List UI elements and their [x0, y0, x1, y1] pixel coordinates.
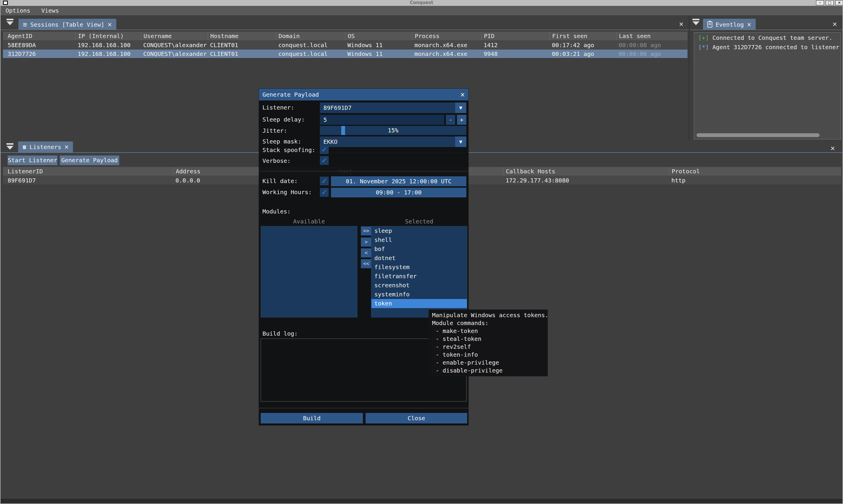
tooltip-line: - rev2self: [429, 343, 548, 351]
sessions-tab-label: Sessions [Table View]: [30, 21, 104, 28]
eventlog-panel-close-icon[interactable]: ×: [832, 20, 837, 28]
listener-dropdown-icon[interactable]: ▼: [455, 103, 466, 113]
col-header-last-seen[interactable]: Last seen: [616, 32, 687, 40]
check-icon: ✓: [321, 188, 327, 197]
listener-select[interactable]: 89F691D7: [320, 103, 466, 113]
selected-modules-list[interactable]: sleep shell bof dotnet filesystem filetr…: [371, 226, 467, 318]
close-icon[interactable]: ×: [836, 0, 843, 5]
start-listener-button[interactable]: Start Listener: [7, 156, 57, 165]
col-header-first-seen[interactable]: First seen: [550, 32, 616, 40]
menu-views[interactable]: Views: [41, 6, 63, 15]
sessions-tab-close-icon[interactable]: ×: [108, 22, 112, 28]
col-header-os[interactable]: OS: [345, 32, 412, 40]
dialog-close-icon[interactable]: ×: [460, 89, 465, 101]
titlebar: Conquest – □ ×: [1, 0, 842, 6]
sleep-mask-dropdown-icon[interactable]: ▼: [455, 137, 466, 147]
horizontal-scrollbar[interactable]: [697, 133, 820, 137]
tooltip-line: - disable-privilege: [429, 367, 548, 375]
eventlog-dock-toggle-icon[interactable]: [693, 19, 699, 25]
kill-date-checkbox[interactable]: ✓: [320, 177, 329, 185]
module-item-filetransfer[interactable]: filetransfer: [372, 272, 467, 281]
cell-username: CONQUEST\alexander: [141, 41, 208, 49]
tooltip-line: - steal-token: [429, 335, 548, 343]
tooltip-line: - make-token: [429, 327, 548, 335]
col-header-protocol[interactable]: Protocol: [669, 167, 841, 176]
module-item-dotnet[interactable]: dotnet: [372, 254, 467, 263]
eventlog-entry: [+] Connected to Conquest team server.: [694, 33, 841, 42]
session-row-58EE89DA[interactable]: 58EE89DA 192.168.168.100 CONQUEST\alexan…: [3, 41, 687, 50]
sessions-tabline: [1, 30, 689, 30]
cell-domain: conquest.local: [276, 50, 345, 58]
check-icon: ✓: [321, 146, 327, 154]
eventlog-tab-close-icon[interactable]: ×: [747, 22, 751, 28]
available-modules-list[interactable]: [261, 226, 357, 318]
minimize-icon[interactable]: –: [816, 0, 824, 5]
tooltip-line: Module commands:: [429, 319, 548, 327]
col-header-listenerid[interactable]: ListenerID: [5, 167, 173, 176]
menu-options[interactable]: Options: [5, 6, 34, 15]
tab-eventlog[interactable]: Eventlog ×: [703, 19, 756, 30]
col-header-hostname[interactable]: Hostname: [208, 32, 276, 40]
cell-first-seen: 00:03:21 ago: [550, 50, 616, 58]
sleep-delay-input[interactable]: 5: [320, 115, 444, 125]
module-item-sleep[interactable]: sleep: [372, 227, 467, 235]
cell-hostname: CLIENT01: [208, 41, 276, 49]
eventlog-output[interactable]: [+] Connected to Conquest team server. […: [694, 32, 841, 139]
col-header-domain[interactable]: Domain: [276, 32, 345, 40]
cell-listenerid: 89F691D7: [5, 176, 173, 184]
verbose-checkbox[interactable]: ✓: [320, 156, 329, 165]
sleep-delay-increment-button[interactable]: +: [457, 115, 466, 125]
module-item-bof[interactable]: bof: [372, 245, 467, 254]
move-left-button[interactable]: <: [361, 248, 372, 257]
tab-listeners[interactable]: ☎ Listeners ×: [18, 141, 73, 152]
module-item-filesystem[interactable]: filesystem: [372, 263, 467, 272]
listeners-tab-close-icon[interactable]: ×: [65, 144, 69, 150]
listeners-tab-label: Listeners: [30, 144, 61, 150]
check-icon: ✓: [321, 156, 327, 165]
tooltip-line: Manipulate Windows access tokens.: [429, 311, 548, 319]
col-header-ip[interactable]: IP (Internal): [75, 32, 141, 40]
generate-payload-button[interactable]: Generate Payload: [60, 156, 119, 165]
jitter-label: Jitter:: [263, 127, 287, 134]
col-header-agentid[interactable]: AgentID: [5, 32, 75, 40]
listeners-panel-close-icon[interactable]: ×: [830, 145, 835, 152]
dock-splitter[interactable]: [689, 16, 689, 141]
kill-date-field[interactable]: 01. November 2025 12:00:00 UTC: [331, 176, 466, 186]
session-row-312D7726-selected[interactable]: 312D7726 192.168.168.100 CONQUEST\alexan…: [3, 50, 687, 58]
listeners-dock-toggle-icon[interactable]: [6, 143, 14, 150]
maximize-icon[interactable]: □: [826, 0, 833, 5]
close-button[interactable]: Close: [365, 413, 467, 424]
tab-sessions[interactable]: ≡ Sessions [Table View] ×: [18, 19, 116, 30]
module-item-screenshot[interactable]: screenshot: [372, 281, 467, 290]
move-right-button[interactable]: >: [361, 237, 372, 247]
stack-spoofing-checkbox[interactable]: ✓: [320, 145, 329, 154]
sleep-delay-decrement-button[interactable]: -: [446, 115, 455, 125]
cell-agentid: 58EE89DA: [5, 41, 75, 49]
sleep-delay-label: Sleep delay:: [263, 116, 305, 123]
working-hours-checkbox[interactable]: ✓: [320, 188, 329, 197]
col-header-callback-hosts[interactable]: Callback Hosts: [503, 167, 669, 176]
cell-last-seen: 00:00:06 ago: [616, 50, 687, 58]
dialog-titlebar[interactable]: Generate Payload ×: [259, 89, 468, 101]
module-item-token-highlighted[interactable]: token: [372, 299, 467, 308]
jitter-slider[interactable]: 15%: [320, 126, 466, 135]
col-header-username[interactable]: Username: [141, 32, 208, 40]
working-hours-field[interactable]: 09:00 - 17:00: [331, 188, 466, 197]
sleep-mask-select[interactable]: EKKO: [320, 137, 466, 147]
sessions-dock-toggle-icon[interactable]: [6, 19, 14, 25]
window-title: Conquest: [1, 0, 842, 6]
move-all-right-button[interactable]: >>: [361, 227, 372, 235]
module-item-systeminfo[interactable]: systeminfo: [372, 290, 467, 299]
module-item-shell[interactable]: shell: [372, 235, 467, 245]
move-all-left-button[interactable]: <<: [361, 259, 372, 268]
event-text: Connected to Conquest team server.: [712, 34, 832, 41]
sessions-panel-close-icon[interactable]: ×: [679, 20, 684, 28]
cell-last-seen: 00:00:08 ago: [616, 41, 687, 49]
build-button[interactable]: Build: [261, 413, 363, 424]
event-prefix-info: [*]: [698, 43, 709, 51]
selected-list-label: Selected: [371, 218, 467, 225]
check-icon: ✓: [321, 177, 327, 185]
col-header-process[interactable]: Process: [412, 32, 481, 40]
col-header-pid[interactable]: PID: [481, 32, 550, 40]
cell-hostname: CLIENT01: [208, 50, 276, 58]
